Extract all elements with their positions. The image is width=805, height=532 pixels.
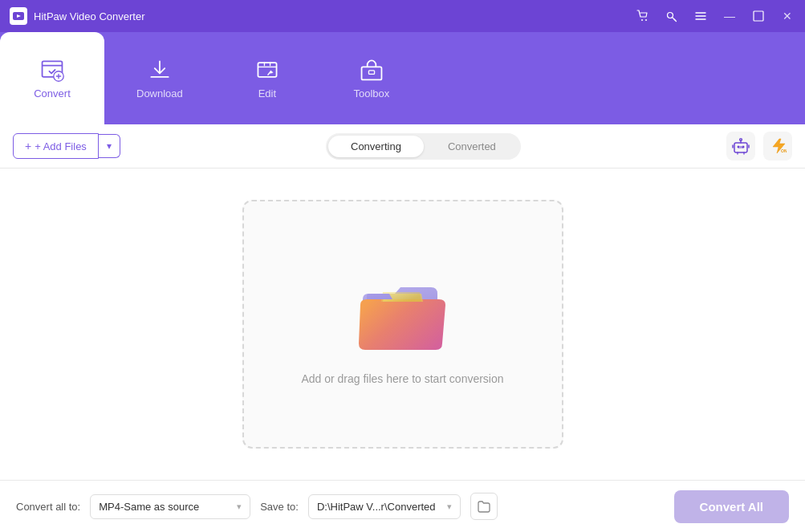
main-content: + + Add Files ▾ Converting Converted (0, 124, 805, 480)
format-value: MP4-Same as source (99, 501, 199, 513)
dropzone-area: Add or drag files here to start conversi… (0, 169, 805, 480)
key-icon[interactable] (664, 8, 680, 24)
svg-rect-8 (258, 63, 276, 77)
bottombar: Convert all to: MP4-Same as source ▾ Sav… (0, 480, 805, 532)
svg-rect-9 (361, 67, 381, 79)
nav-toolbox-label: Toolbox (353, 87, 389, 99)
dropzone[interactable]: Add or drag files here to start conversi… (242, 200, 563, 449)
app-title: HitPaw Video Converter (34, 10, 145, 22)
nav-download-label: Download (136, 87, 183, 99)
bottombar-left: Convert all to: MP4-Same as source ▾ Sav… (16, 493, 498, 520)
svg-point-3 (645, 19, 647, 21)
save-path-value: D:\HitPaw V...r\Converted (317, 501, 436, 513)
titlebar-left: HitPaw Video Converter (10, 7, 145, 25)
navbar: Convert Download Edit Toolbox (0, 32, 805, 124)
robot-icon-button[interactable]: ON (726, 132, 755, 160)
svg-rect-5 (754, 11, 763, 21)
nav-edit-label: Edit (258, 87, 276, 99)
convert-all-to-label: Convert all to: (16, 501, 80, 513)
converting-tab[interactable]: Converting (328, 136, 424, 157)
format-select[interactable]: MP4-Same as source ▾ (90, 494, 250, 519)
format-chevron: ▾ (237, 502, 242, 512)
dropzone-text: Add or drag files here to start conversi… (301, 372, 503, 385)
convert-all-button[interactable]: Convert All (674, 490, 789, 523)
save-path-select[interactable]: D:\HitPaw V...r\Converted ▾ (308, 494, 461, 519)
cart-icon[interactable] (635, 8, 651, 24)
nav-toolbox[interactable]: Toolbox (319, 32, 424, 124)
browse-folder-button[interactable] (470, 493, 498, 520)
close-button[interactable]: ✕ (779, 8, 795, 24)
nav-download[interactable]: Download (104, 32, 215, 124)
save-path-chevron: ▾ (447, 502, 452, 512)
subtoolbar: + + Add Files ▾ Converting Converted (0, 124, 805, 169)
svg-text:ON: ON (738, 145, 743, 149)
minimize-button[interactable]: — (722, 8, 738, 24)
convert-tabs: Converting Converted (326, 133, 521, 160)
chevron-down-icon: ▾ (107, 140, 112, 152)
nav-convert[interactable]: Convert (0, 32, 104, 124)
svg-rect-10 (368, 71, 374, 74)
add-files-label: + Add Files (35, 140, 87, 152)
menu-icon[interactable] (693, 8, 709, 24)
maximize-button[interactable] (750, 8, 766, 24)
toolbar-right: ON ON (726, 132, 792, 160)
plus-icon: + (25, 140, 31, 152)
titlebar: HitPaw Video Converter — (0, 0, 805, 32)
svg-text:ON: ON (781, 148, 787, 153)
lightning-icon-button[interactable]: ON (763, 132, 792, 160)
add-files-group: + + Add Files ▾ (13, 133, 120, 159)
converted-tab[interactable]: Converted (425, 136, 518, 157)
add-files-button[interactable]: + + Add Files (13, 133, 99, 159)
nav-convert-label: Convert (34, 87, 71, 99)
app-logo (10, 7, 27, 25)
nav-edit[interactable]: Edit (215, 32, 319, 124)
folder-illustration (351, 263, 455, 359)
svg-point-2 (641, 19, 643, 21)
titlebar-controls: — ✕ (635, 8, 795, 24)
save-to-label: Save to: (260, 501, 299, 513)
add-files-dropdown-button[interactable]: ▾ (99, 134, 120, 158)
